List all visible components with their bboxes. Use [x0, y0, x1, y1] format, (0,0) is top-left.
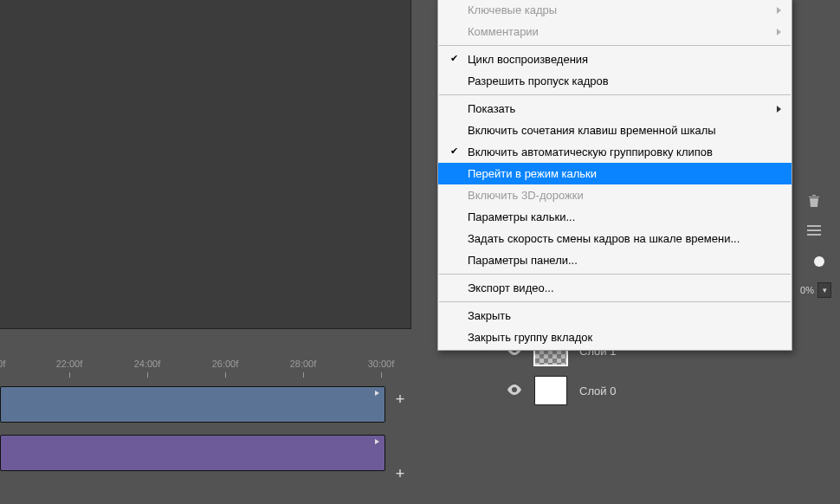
menu-export-video[interactable]: Экспорт видео...: [438, 277, 792, 299]
panel-menu-icon[interactable]: [804, 223, 824, 238]
visibility-icon[interactable]: [507, 384, 522, 397]
add-track-button[interactable]: +: [389, 462, 411, 485]
preview-canvas: [0, 0, 411, 329]
menu-panel-options[interactable]: Параметры панели...: [438, 249, 792, 271]
menu-allow-frame-skip[interactable]: Разрешить пропуск кадров: [438, 70, 792, 92]
ruler-label: 24:00f: [134, 359, 161, 369]
layer-row[interactable]: Слой 0: [507, 371, 818, 410]
video-track-1[interactable]: [0, 386, 385, 423]
menu-enable-3d-tracks: Включить 3D-дорожки: [438, 184, 792, 206]
layer-thumbnail[interactable]: [534, 376, 567, 405]
menu-show[interactable]: Показать: [438, 98, 792, 120]
timeline-ruler[interactable]: 20:00f 22:00f 24:00f 26:00f 28:00f 30:00…: [0, 345, 411, 383]
chevron-down-icon[interactable]: ▾: [817, 282, 831, 298]
menu-onion-skin-params[interactable]: Параметры кальки...: [438, 206, 792, 228]
menu-enable-timeline-shortcuts[interactable]: Включить сочетания клавиш временной шкал…: [438, 120, 792, 141]
menu-loop-playback[interactable]: Цикл воспроизведения: [438, 48, 792, 70]
trash-icon[interactable]: [804, 194, 824, 210]
play-icon: [372, 389, 381, 397]
ruler-label: 26:00f: [212, 359, 239, 369]
menu-separator: [439, 45, 791, 46]
opacity-value: 0%: [800, 285, 814, 295]
menu-onion-skin-mode[interactable]: Перейти в режим кальки: [438, 163, 792, 184]
video-track-2[interactable]: [0, 435, 385, 471]
add-track-button[interactable]: +: [389, 388, 411, 410]
menu-separator: [439, 274, 791, 275]
layer-name: Слой 0: [579, 384, 616, 397]
menu-close-tab-group[interactable]: Закрыть группу вкладок: [438, 326, 792, 348]
ruler-label: 20:00f: [0, 359, 5, 369]
menu-comments: Комментарии: [438, 21, 792, 42]
timeline-context-menu: Ключевые кадры Комментарии Цикл воспроиз…: [437, 0, 792, 351]
menu-separator: [439, 301, 791, 302]
menu-enable-auto-group[interactable]: Включить автоматическую группировку клип…: [438, 141, 792, 163]
ruler-label: 30:00f: [368, 359, 395, 369]
ruler-label: 22:00f: [56, 359, 83, 369]
menu-close[interactable]: Закрыть: [438, 305, 792, 326]
menu-set-frame-rate[interactable]: Задать скорость смены кадров на шкале вр…: [438, 228, 792, 249]
play-icon: [372, 437, 381, 446]
menu-keyframes: Ключевые кадры: [438, 0, 792, 21]
color-swatch[interactable]: [814, 256, 824, 267]
ruler-label: 28:00f: [290, 359, 317, 369]
timeline: 20:00f 22:00f 24:00f 26:00f 28:00f 30:00…: [0, 345, 411, 504]
menu-separator: [439, 94, 791, 95]
